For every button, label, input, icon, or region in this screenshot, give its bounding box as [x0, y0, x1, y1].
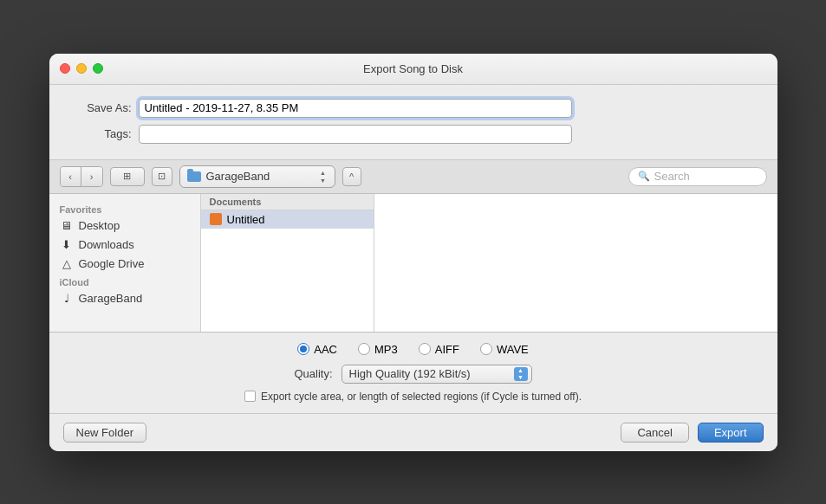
search-icon: 🔍: [638, 171, 650, 182]
checkbox-label: Export cycle area, or length of selected…: [261, 391, 582, 403]
new-folder-button[interactable]: New Folder: [63, 423, 146, 443]
sidebar-item-garageband[interactable]: ♩ GarageBand: [49, 289, 200, 308]
format-area: AAC MP3 AIFF WAVE Quality: High Quality …: [49, 333, 777, 414]
forward-icon: ›: [90, 171, 94, 182]
tags-row: Tags:: [67, 125, 760, 144]
dialog-title: Export Song to Disk: [363, 62, 463, 75]
arrow-up-icon: ▲: [517, 367, 524, 373]
sidebar-item-google-drive[interactable]: △ Google Drive: [49, 255, 200, 274]
form-area: Save As: Tags:: [49, 85, 777, 160]
radio-dot-aac: [300, 346, 307, 352]
chevron-up-icon: ^: [349, 171, 354, 182]
file-item-untitled[interactable]: Untitled: [201, 210, 374, 229]
empty-pane: [374, 194, 777, 332]
folder-icon: [187, 171, 201, 182]
location-stepper: ▲ ▼: [319, 169, 328, 184]
export-button[interactable]: Export: [698, 423, 764, 443]
tags-label: Tags:: [67, 127, 132, 140]
minimize-button[interactable]: [76, 63, 87, 74]
location-dropdown[interactable]: GarageBand ▲ ▼: [179, 165, 335, 188]
back-icon: ‹: [68, 171, 72, 182]
location-name: GarageBand: [206, 170, 314, 183]
cancel-button[interactable]: Cancel: [621, 423, 688, 443]
expand-button[interactable]: ^: [342, 167, 361, 186]
sidebar-item-downloads[interactable]: ⬇ Downloads: [49, 236, 200, 255]
save-as-row: Save As:: [67, 99, 760, 118]
export-dialog: Export Song to Disk Save As: Tags: ‹ › ⊞…: [49, 54, 777, 451]
sidebar-item-label: Google Drive: [79, 257, 145, 270]
quality-dropdown[interactable]: High Quality (192 kBit/s) ▲ ▼: [341, 365, 532, 384]
forward-button[interactable]: ›: [81, 167, 102, 186]
icloud-heading: iCloud: [49, 274, 200, 289]
checkbox-row: Export cycle area, or length of selected…: [67, 391, 760, 403]
maximize-button[interactable]: [93, 63, 103, 74]
radio-label-mp3: MP3: [374, 343, 398, 356]
radio-circle-aiff: [419, 343, 431, 355]
radio-label-aiff: AIFF: [435, 343, 459, 356]
save-as-label: Save As:: [67, 101, 132, 114]
nav-group: ‹ ›: [60, 166, 103, 187]
downloads-icon: ⬇: [60, 238, 74, 252]
export-cycle-checkbox[interactable]: [244, 391, 256, 402]
quality-label: Quality:: [294, 367, 332, 380]
radio-circle-mp3: [358, 343, 370, 355]
radio-label-aac: AAC: [314, 343, 337, 356]
quality-value: High Quality (192 kBit/s): [349, 367, 511, 380]
action-buttons: Cancel Export: [621, 423, 763, 443]
traffic-lights: [60, 63, 103, 74]
radio-circle-wave: [480, 343, 492, 355]
bottom-bar: New Folder Cancel Export: [49, 414, 777, 451]
new-folder-toolbar-button[interactable]: ⊡: [152, 167, 172, 186]
sidebar-item-label: GarageBand: [79, 292, 143, 305]
drive-icon: △: [60, 257, 74, 271]
desktop-icon: 🖥: [60, 219, 74, 233]
view-toggle-button[interactable]: ⊞: [110, 167, 145, 186]
sidebar: Favorites 🖥 Desktop ⬇ Downloads △ Google…: [49, 194, 201, 332]
quality-arrows: ▲ ▼: [514, 367, 528, 381]
sidebar-item-label: Downloads: [79, 238, 134, 251]
sidebar-item-label: Desktop: [79, 219, 120, 232]
column-header: Documents: [201, 194, 374, 210]
radio-aac[interactable]: AAC: [297, 343, 337, 356]
radio-mp3[interactable]: MP3: [358, 343, 398, 356]
radio-label-wave: WAVE: [497, 343, 529, 356]
folder-plus-icon: ⊡: [158, 171, 166, 182]
search-box[interactable]: 🔍 Search: [628, 167, 767, 186]
file-icon: [210, 213, 222, 225]
back-button[interactable]: ‹: [61, 167, 81, 186]
save-as-input[interactable]: [139, 99, 572, 118]
garageband-icon: ♩: [60, 292, 74, 306]
radio-circle-aac: [297, 343, 309, 355]
view-icon: ⊞: [123, 171, 131, 182]
quality-row: Quality: High Quality (192 kBit/s) ▲ ▼: [67, 365, 760, 384]
search-placeholder: Search: [654, 170, 690, 183]
sidebar-item-desktop[interactable]: 🖥 Desktop: [49, 216, 200, 236]
file-item-label: Untitled: [227, 213, 265, 226]
column-pane-documents: Documents Untitled: [201, 194, 374, 332]
titlebar: Export Song to Disk: [49, 54, 777, 85]
tags-input[interactable]: [139, 125, 572, 144]
arrow-down-icon: ▼: [517, 374, 524, 380]
file-browser: Documents Untitled: [201, 194, 777, 332]
radio-aiff[interactable]: AIFF: [419, 343, 459, 356]
close-button[interactable]: [60, 63, 70, 74]
favorites-heading: Favorites: [49, 201, 200, 216]
radio-wave[interactable]: WAVE: [480, 343, 529, 356]
main-area: Favorites 🖥 Desktop ⬇ Downloads △ Google…: [49, 194, 777, 333]
format-radio-row: AAC MP3 AIFF WAVE: [67, 343, 760, 356]
toolbar: ‹ › ⊞ ⊡ GarageBand ▲ ▼ ^ 🔍 Search: [49, 160, 777, 194]
